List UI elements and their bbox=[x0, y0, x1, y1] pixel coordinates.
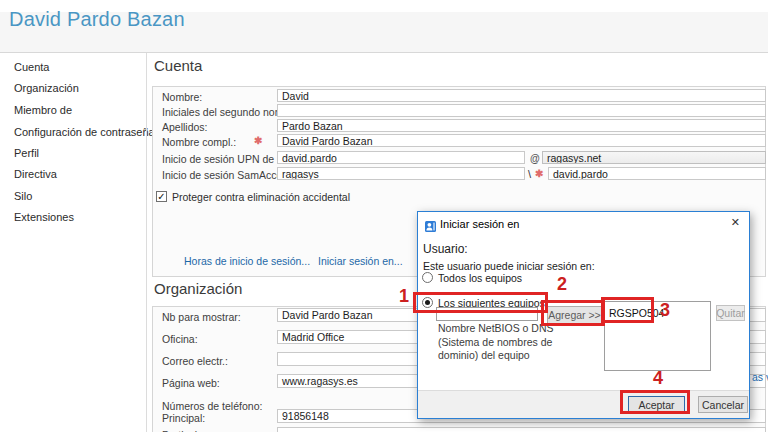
app-window: David Pardo Bazan Cuenta Organización Mi… bbox=[0, 0, 768, 432]
sam-user-input[interactable]: david.pardo bbox=[548, 167, 766, 180]
netbios-helper-text: Nombre NetBIOS o DNS (Sistema de nombres… bbox=[438, 322, 554, 363]
sidebar-item-perfil[interactable]: Perfil bbox=[14, 147, 39, 159]
phone-numbers-label: Números de teléfono: bbox=[162, 400, 262, 412]
logon-to-dialog: Iniciar sesión en ✕ Usuario: Este usuari… bbox=[417, 211, 750, 419]
radio-all-computers-label: Todos los equipos bbox=[438, 272, 522, 284]
list-item[interactable]: RGSPO504 bbox=[609, 307, 664, 319]
email-label: Correo electr.: bbox=[162, 355, 228, 367]
sam-domain-input[interactable]: ragasys bbox=[277, 167, 525, 180]
radio-following-computers[interactable] bbox=[422, 297, 433, 308]
close-icon[interactable]: ✕ bbox=[731, 216, 740, 229]
at-sign-icon: @ bbox=[530, 153, 540, 164]
iniciales-label: Iniciales del segundo nom... bbox=[162, 106, 292, 118]
protect-deletion-label: Proteger contra eliminación accidental bbox=[172, 191, 350, 203]
sidebar-item-cuenta[interactable]: Cuenta bbox=[14, 61, 49, 73]
main-phone-label: Principal: bbox=[162, 412, 205, 424]
sidebar-item-extensiones[interactable]: Extensiones bbox=[14, 211, 74, 223]
user-dialog-icon bbox=[425, 218, 436, 229]
sidebar-item-organizacion[interactable]: Organización bbox=[14, 82, 79, 94]
annotation-step-1: 1 bbox=[399, 286, 409, 307]
office-label: Oficina: bbox=[162, 333, 198, 345]
nombre-completo-input[interactable]: David Pardo Bazan bbox=[277, 134, 766, 147]
dialog-title: Iniciar sesión en bbox=[440, 218, 520, 230]
computer-name-input[interactable] bbox=[436, 307, 538, 321]
nombre-input[interactable]: David bbox=[277, 89, 766, 102]
add-button[interactable]: Agregar >> bbox=[547, 306, 602, 324]
ok-button[interactable]: Aceptar bbox=[628, 396, 685, 413]
organization-section-title: Organización bbox=[154, 280, 242, 297]
instruction-text: Este usuario puede iniciar sesión en: bbox=[423, 260, 595, 272]
user-label: Usuario: bbox=[423, 242, 468, 256]
clipped-link-fragment[interactable]: as v bbox=[752, 371, 768, 383]
cancel-button[interactable]: Cancelar bbox=[698, 396, 748, 413]
protect-deletion-checkbox[interactable]: ✓ bbox=[156, 191, 167, 202]
iniciales-input[interactable] bbox=[277, 104, 766, 117]
required-asterisk-icon: ✱ bbox=[254, 135, 262, 146]
sidebar-item-silo[interactable]: Silo bbox=[14, 190, 32, 202]
apellidos-label: Apellidos: bbox=[162, 121, 208, 133]
logon-to-link[interactable]: Iniciar sesión en... bbox=[318, 255, 403, 267]
web-label: Página web: bbox=[162, 377, 220, 389]
logon-hours-link[interactable]: Horas de inicio de sesión... bbox=[184, 255, 310, 267]
computer-listbox[interactable]: RGSPO504 bbox=[604, 301, 711, 371]
remove-button[interactable]: Quitar bbox=[716, 305, 745, 321]
required-asterisk-icon: ✱ bbox=[535, 168, 543, 179]
page-title: David Pardo Bazan bbox=[9, 8, 185, 31]
sidebar-item-miembro-de[interactable]: Miembro de bbox=[14, 104, 72, 116]
upn-input[interactable]: david.pardo bbox=[277, 151, 525, 164]
sidebar-item-config-contrasena[interactable]: Configuración de contraseña bbox=[14, 126, 155, 138]
account-section-title: Cuenta bbox=[154, 57, 202, 74]
sidebar-divider bbox=[146, 53, 147, 432]
radio-all-computers[interactable] bbox=[422, 272, 433, 283]
nombre-completo-label: Nombre compl.: bbox=[162, 136, 236, 148]
apellidos-input[interactable]: Pardo Bazan bbox=[277, 119, 766, 132]
nombre-label: Nombre: bbox=[162, 91, 202, 103]
sidebar-item-directiva[interactable]: Directiva bbox=[14, 168, 57, 180]
home-phone-input[interactable] bbox=[277, 427, 766, 432]
checkmark-icon: ✓ bbox=[157, 191, 165, 202]
upn-domain-combobox[interactable]: ragasys.net bbox=[542, 151, 766, 164]
backslash-separator: \ bbox=[528, 168, 531, 180]
display-name-label: Nb para mostrar: bbox=[162, 311, 241, 323]
